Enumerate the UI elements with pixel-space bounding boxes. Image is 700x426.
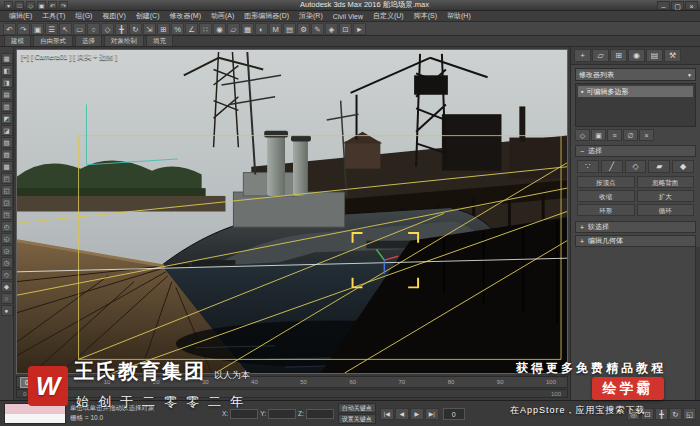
selection-rollout-header[interactable]: − 选择 xyxy=(575,145,696,157)
close-button[interactable]: × xyxy=(685,1,698,10)
menu-item[interactable]: 组(G) xyxy=(70,11,97,21)
ribbon-tab[interactable]: 选择 xyxy=(75,35,102,46)
quick-access-icon[interactable]: □ xyxy=(15,1,24,9)
left-toolbar-button-icon[interactable]: ◶ xyxy=(1,245,13,256)
left-toolbar-button-icon[interactable]: ◲ xyxy=(1,197,13,208)
stack-tool-icon[interactable]: × xyxy=(639,129,654,141)
subobject-mode-icon[interactable]: ▰ xyxy=(648,160,670,173)
quick-access-icon[interactable]: ◇ xyxy=(26,1,35,9)
toolbar-button-icon[interactable]: ↷ xyxy=(17,23,30,35)
menu-item[interactable]: 工具(T) xyxy=(37,11,70,21)
soft-selection-rollout-header[interactable]: + 软选择 xyxy=(575,221,696,233)
toolbar-button-icon[interactable]: M xyxy=(269,23,282,35)
left-toolbar-button-icon[interactable]: ▦ xyxy=(1,53,13,64)
left-toolbar-button-icon[interactable]: ◆ xyxy=(1,281,13,292)
command-panel-tab-icon[interactable]: ◉ xyxy=(628,49,645,62)
viewport-nav-icon[interactable]: ◎ xyxy=(627,408,640,420)
toolbar-button-icon[interactable]: ▭ xyxy=(73,23,86,35)
ribbon-tab[interactable]: 自由形式 xyxy=(33,35,73,46)
left-toolbar-button-icon[interactable]: ◧ xyxy=(1,65,13,76)
command-panel-tab-icon[interactable]: ⊞ xyxy=(610,49,627,62)
subobject-mode-icon[interactable]: ◆ xyxy=(672,160,694,173)
left-toolbar-button-icon[interactable]: ◱ xyxy=(1,185,13,196)
stack-tool-icon[interactable]: ▣ xyxy=(591,129,606,141)
left-toolbar-button-icon[interactable]: ▩ xyxy=(1,161,13,172)
toolbar-button-icon[interactable]: ◐ xyxy=(255,23,268,35)
command-panel-tab-icon[interactable]: ⚒ xyxy=(664,49,681,62)
command-panel-tab-icon[interactable]: + xyxy=(574,49,591,62)
coordinate-input[interactable] xyxy=(306,409,334,419)
stack-tool-icon[interactable]: ◇ xyxy=(575,129,590,141)
toolbar-button-icon[interactable]: ▤ xyxy=(283,23,296,35)
ribbon-tab[interactable]: 建模 xyxy=(4,35,31,46)
playback-button-icon[interactable]: ▶| xyxy=(425,408,439,420)
command-panel-tab-icon[interactable]: ▤ xyxy=(646,49,663,62)
toolbar-button-icon[interactable]: ☰ xyxy=(45,23,58,35)
edit-geometry-rollout-header[interactable]: + 编辑几何体 xyxy=(575,235,696,247)
listener-script-pane[interactable] xyxy=(5,414,65,424)
menu-item[interactable]: 编辑(E) xyxy=(4,11,37,21)
menu-item[interactable]: Civil View xyxy=(328,13,368,20)
viewport-nav-icon[interactable]: ⊡ xyxy=(641,408,654,420)
playback-button-icon[interactable]: ▶ xyxy=(410,408,424,420)
viewport-nav-icon[interactable]: ↻ xyxy=(669,408,682,420)
ribbon-tab[interactable]: 填充 xyxy=(146,35,173,46)
left-toolbar-button-icon[interactable]: ◰ xyxy=(1,173,13,184)
modifier-stack-item[interactable]: ▪ 可编辑多边形 xyxy=(578,86,693,97)
menu-item[interactable]: 修改器(M) xyxy=(164,11,206,21)
coordinate-field[interactable]: Z: xyxy=(298,409,334,419)
left-toolbar-button-icon[interactable]: ○ xyxy=(1,293,13,304)
quick-access-icon[interactable]: ▾ xyxy=(4,1,13,9)
selection-option-button[interactable]: 循环 xyxy=(637,204,695,216)
toolbar-button-icon[interactable]: ✎ xyxy=(311,23,324,35)
track-bar[interactable]: 0 100 xyxy=(16,389,568,398)
toolbar-button-icon[interactable]: ▦ xyxy=(241,23,254,35)
minimize-button[interactable]: – xyxy=(657,1,670,10)
left-toolbar-button-icon[interactable]: ◨ xyxy=(1,77,13,88)
toolbar-button-icon[interactable]: ◈ xyxy=(325,23,338,35)
panel-scrollbar[interactable] xyxy=(695,247,700,400)
menu-item[interactable]: 视图(V) xyxy=(97,11,130,21)
toolbar-button-icon[interactable]: ◇ xyxy=(101,23,114,35)
toolbar-button-icon[interactable]: ↻ xyxy=(129,23,142,35)
toolbar-button-icon[interactable]: ╋ xyxy=(115,23,128,35)
time-slider[interactable]: 0 / 100 0102030405060708090100 xyxy=(16,376,568,388)
toolbar-button-icon[interactable]: ↶ xyxy=(3,23,16,35)
selection-option-button[interactable]: 扩大 xyxy=(637,190,695,202)
viewport-nav-icon[interactable]: ╋ xyxy=(655,408,668,420)
coordinate-input[interactable] xyxy=(230,409,258,419)
toolbar-button-icon[interactable]: ○ xyxy=(87,23,100,35)
viewport-label[interactable]: [+] [ Camera01 ] [ 真实 + 边面 ] xyxy=(21,52,117,62)
menu-item[interactable]: 图形编辑器(D) xyxy=(239,11,294,21)
toolbar-button-icon[interactable]: ▣ xyxy=(31,23,44,35)
left-toolbar-button-icon[interactable]: ▨ xyxy=(1,149,13,160)
stack-tool-icon[interactable]: ∅ xyxy=(623,129,638,141)
toolbar-button-icon[interactable]: ⇲ xyxy=(143,23,156,35)
menu-item[interactable]: 自定义(U) xyxy=(368,11,409,21)
set-key-button[interactable]: 设置关键点 xyxy=(338,414,376,424)
current-frame-field[interactable]: 0 xyxy=(443,408,465,420)
left-toolbar-button-icon[interactable]: ◴ xyxy=(1,221,13,232)
left-toolbar-button-icon[interactable]: ◵ xyxy=(1,233,13,244)
coordinate-input[interactable] xyxy=(268,409,296,419)
toolbar-button-icon[interactable]: ∷ xyxy=(199,23,212,35)
toolbar-button-icon[interactable]: ► xyxy=(353,23,366,35)
toolbar-button-icon[interactable]: ⊞ xyxy=(157,23,170,35)
toolbar-button-icon[interactable]: ⚙ xyxy=(297,23,310,35)
maximize-button[interactable]: ▢ xyxy=(671,1,684,10)
toolbar-button-icon[interactable]: ⊡ xyxy=(339,23,352,35)
subobject-mode-icon[interactable]: ╱ xyxy=(601,160,623,173)
toolbar-button-icon[interactable]: ◉ xyxy=(213,23,226,35)
camera-viewport[interactable]: [+] [ Camera01 ] [ 真实 + 边面 ] xyxy=(16,49,568,374)
selection-option-button[interactable]: 忽略背面 xyxy=(637,176,695,188)
selection-option-button[interactable]: 环形 xyxy=(577,204,635,216)
left-toolbar-button-icon[interactable]: ◳ xyxy=(1,209,13,220)
ribbon-tab[interactable]: 对象绘制 xyxy=(104,35,144,46)
menu-item[interactable]: 帮助(H) xyxy=(442,11,476,21)
left-toolbar-button-icon[interactable]: ▧ xyxy=(1,137,13,148)
left-toolbar-button-icon[interactable]: ◇ xyxy=(1,269,13,280)
left-toolbar-button-icon[interactable]: ◪ xyxy=(1,125,13,136)
menu-item[interactable]: 动画(A) xyxy=(206,11,239,21)
menu-item[interactable]: 脚本(S) xyxy=(409,11,442,21)
coordinate-field[interactable]: Y: xyxy=(260,409,296,419)
